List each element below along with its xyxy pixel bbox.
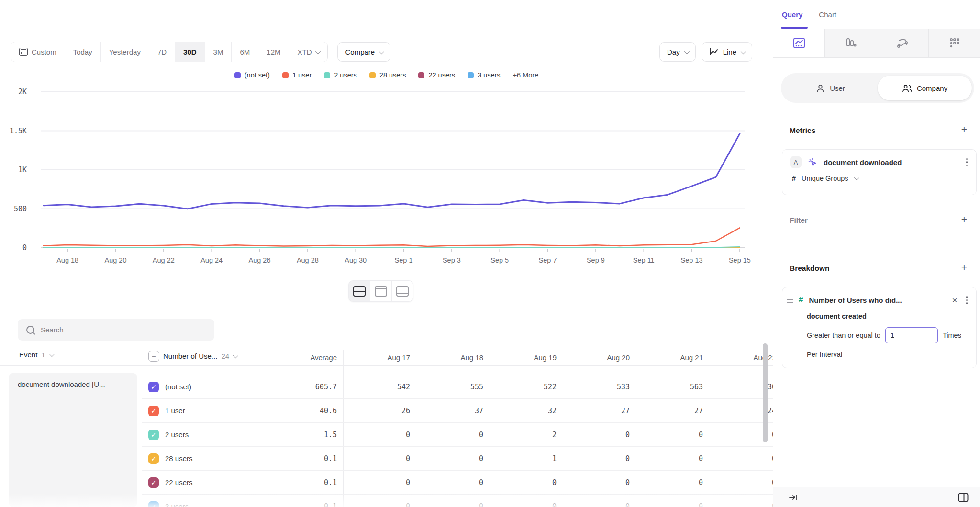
event-spark-icon xyxy=(808,157,817,167)
series-line-2 users[interactable] xyxy=(44,247,740,248)
top-panel-icon xyxy=(375,286,387,297)
day-value: 0 xyxy=(636,430,709,439)
legend-item[interactable]: 22 users xyxy=(418,71,455,79)
x-axis-label: Aug 18 xyxy=(56,256,78,264)
compare-label: Compare xyxy=(345,48,375,56)
day-value: 27 xyxy=(636,407,709,415)
range-today[interactable]: Today xyxy=(65,42,100,62)
breakdown-per-interval-label[interactable]: Per Interval xyxy=(807,351,842,358)
measure-dropdown[interactable]: Unique Groups xyxy=(802,175,848,182)
day-value: 0 xyxy=(490,478,563,487)
layout-bottom-panel-button[interactable] xyxy=(391,281,413,301)
layout-top-panel-button[interactable] xyxy=(370,281,391,301)
search-input[interactable]: Search xyxy=(18,319,214,341)
compare-button[interactable]: Compare xyxy=(337,42,390,62)
legend-item[interactable]: (not set) xyxy=(234,71,270,79)
table-header: Event 1 − Number of Use... 24 Average Au… xyxy=(0,350,773,366)
day-value: 0 xyxy=(636,454,709,463)
tab-chart[interactable]: Chart xyxy=(819,11,836,19)
breakdown-condition-label[interactable]: Greater than or equal to xyxy=(807,331,880,339)
metric-name[interactable]: document downloaded xyxy=(824,158,958,166)
x-axis-label: Sep 11 xyxy=(633,256,655,264)
series-label: 3 users xyxy=(165,502,189,507)
legend-item[interactable]: 2 users xyxy=(324,71,357,79)
close-icon[interactable]: × xyxy=(951,296,958,305)
chart-type-line-tab[interactable] xyxy=(773,29,824,57)
chart-type-dropdown[interactable]: Line xyxy=(702,42,752,62)
bar-chart-tab-icon xyxy=(844,36,858,50)
collapse-panel-icon[interactable] xyxy=(789,494,798,501)
legend-item[interactable]: 1 user xyxy=(282,71,312,79)
tab-query[interactable]: Query xyxy=(782,11,802,19)
interval-dropdown[interactable]: Day xyxy=(659,42,696,62)
series-checkbox[interactable]: ✓ xyxy=(148,501,159,507)
chart-type-bar-tab[interactable] xyxy=(824,29,876,57)
toggle-company-label: Company xyxy=(917,84,947,92)
y-axis-label: 500 xyxy=(14,205,27,213)
chart-type-grid-tab[interactable] xyxy=(928,29,980,57)
legend-item[interactable]: 28 users xyxy=(369,71,406,79)
series-checkbox[interactable]: ✓ xyxy=(148,430,159,440)
breakdown-card[interactable]: # Number of Users who did... × document … xyxy=(782,287,977,368)
series-line-1 user[interactable] xyxy=(44,228,740,246)
series-checkbox[interactable]: ✓ xyxy=(148,477,159,488)
day-value: 0 xyxy=(490,502,563,507)
breakdown-name[interactable]: Number of Users who did... xyxy=(809,296,945,304)
range-3m[interactable]: 3M xyxy=(205,42,232,62)
event-name-cell[interactable]: document downloaded [U... xyxy=(9,373,137,507)
layout-split-horizontal-button[interactable] xyxy=(349,281,370,301)
user-icon xyxy=(816,84,825,93)
range-6m[interactable]: 6M xyxy=(231,42,258,62)
range-12m[interactable]: 12M xyxy=(258,42,289,62)
table-row: ✓3 users0.1000000 xyxy=(142,495,773,507)
range-xtd[interactable]: XTD xyxy=(289,42,327,62)
drag-handle-icon[interactable] xyxy=(787,298,793,303)
toggle-company[interactable]: Company xyxy=(878,76,972,100)
select-all-checkbox[interactable]: − xyxy=(148,351,159,362)
day-column-header: Aug 21 xyxy=(636,353,709,362)
chevron-down-icon xyxy=(854,175,859,180)
legend-more[interactable]: +6 More xyxy=(513,71,539,79)
series-checkbox[interactable]: ✓ xyxy=(148,406,159,416)
interval-label: Day xyxy=(667,48,680,56)
flow-chart-tab-icon xyxy=(896,36,909,50)
y-axis-label: 0 xyxy=(22,243,27,252)
range-7d[interactable]: 7D xyxy=(149,42,175,62)
day-column-header: Aug 20 xyxy=(563,353,636,362)
series-checkbox[interactable]: ✓ xyxy=(148,453,159,464)
day-value: 32 xyxy=(490,407,563,415)
breakdown-event-name[interactable]: document created xyxy=(807,312,867,320)
analytics-app: CustomTodayYesterday7D30D3M6M12MXTD Comp… xyxy=(0,0,980,507)
average-column-header[interactable]: Average xyxy=(247,353,343,362)
metric-menu-icon[interactable] xyxy=(964,157,970,167)
add-filter-button[interactable]: + xyxy=(960,215,969,224)
legend-swatch xyxy=(234,72,241,78)
x-axis-label: Sep 9 xyxy=(587,256,605,264)
metric-card[interactable]: A document downloaded # Unique Groups xyxy=(782,149,977,195)
series-line-(not set)[interactable] xyxy=(44,134,740,209)
toggle-user[interactable]: User xyxy=(783,76,878,100)
split-horizontal-icon xyxy=(353,286,366,297)
day-value: 0 xyxy=(563,430,636,439)
breakdown-value-input[interactable] xyxy=(885,327,938,343)
range-yesterday[interactable]: Yesterday xyxy=(100,42,149,62)
breakdown-unit-label: Times xyxy=(943,331,961,339)
series-label: (not set) xyxy=(165,383,191,391)
breakdown-card-header: # Number of Users who did... × xyxy=(782,287,976,305)
table-scrollbar[interactable] xyxy=(763,343,768,442)
series-checkbox[interactable]: ✓ xyxy=(148,382,159,392)
range-30d[interactable]: 30D xyxy=(175,42,205,62)
metrics-heading: Metrics xyxy=(790,126,815,135)
legend-item[interactable]: 3 users xyxy=(468,71,501,79)
range-custom[interactable]: Custom xyxy=(11,42,65,62)
event-column-header[interactable]: Event 1 xyxy=(19,351,53,359)
legend-swatch xyxy=(418,72,424,78)
chart-type-flow-tab[interactable] xyxy=(877,29,928,57)
toggle-sidebar-icon[interactable] xyxy=(958,493,969,502)
add-metric-button[interactable]: + xyxy=(960,125,969,134)
average-value: 0.1 xyxy=(247,502,343,507)
main-area: CustomTodayYesterday7D30D3M6M12MXTD Comp… xyxy=(0,0,773,507)
breakdown-menu-icon[interactable] xyxy=(964,295,970,305)
date-range-selector: CustomTodayYesterday7D30D3M6M12MXTD xyxy=(11,42,328,62)
add-breakdown-button[interactable]: + xyxy=(960,263,969,272)
